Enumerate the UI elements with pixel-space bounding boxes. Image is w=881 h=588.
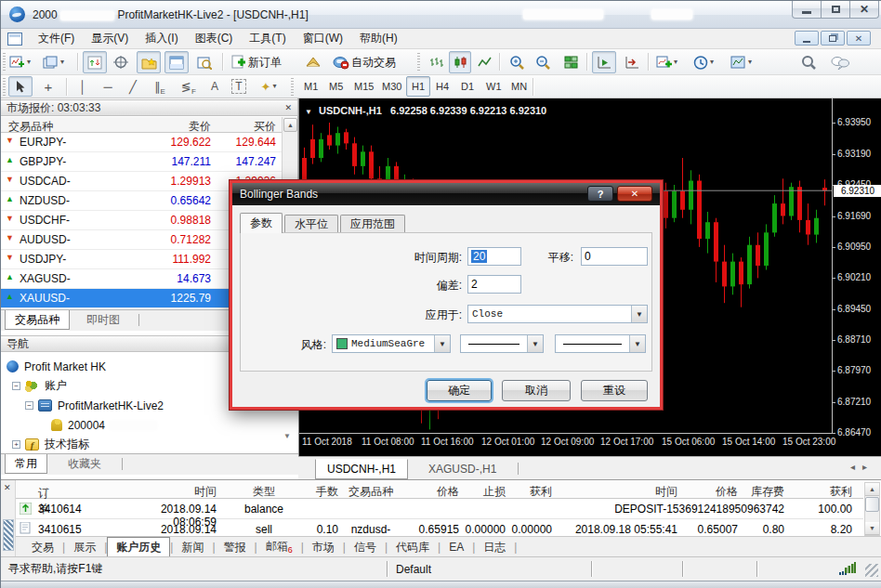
shift-input[interactable] xyxy=(581,247,648,266)
menu-file[interactable]: 文件(F) xyxy=(30,28,83,49)
tab-news[interactable]: 新闻 xyxy=(173,538,212,557)
text-label-button[interactable]: T xyxy=(228,76,250,97)
horizontal-line-button[interactable]: ─ xyxy=(97,76,119,97)
menu-view[interactable]: 显示(V) xyxy=(83,28,137,49)
channel-button[interactable]: ∥ E xyxy=(147,76,173,97)
chart-window-icon[interactable] xyxy=(7,33,22,46)
scroll-up-icon[interactable]: ▲ xyxy=(283,118,297,132)
dropdown-button[interactable]: ▼ xyxy=(434,335,450,352)
col-symbol[interactable]: 交易品种 xyxy=(338,484,403,500)
trendline-button[interactable]: ╱ xyxy=(122,76,144,97)
strategy-tester-button[interactable] xyxy=(192,51,217,73)
candlestick-button[interactable] xyxy=(449,51,471,73)
order-row[interactable]: 3410614 2018.09.14 08:06:59 balance DEPO… xyxy=(16,499,863,519)
close-icon[interactable]: ✕ xyxy=(284,103,292,112)
col-profit[interactable]: 获利 xyxy=(784,484,852,500)
text-tool-button[interactable]: A xyxy=(204,76,225,97)
scroll-down-icon[interactable]: ▼ xyxy=(865,522,879,535)
expand-icon[interactable]: + xyxy=(12,440,20,449)
zoom-out-button[interactable] xyxy=(531,51,555,73)
terminal-toggle-button[interactable] xyxy=(164,51,189,73)
timeframe-h4-button[interactable]: H4 xyxy=(430,76,454,97)
dropdown-button[interactable]: ▼ xyxy=(527,335,543,352)
auto-scroll-button[interactable] xyxy=(592,51,616,73)
mdi-restore-button[interactable] xyxy=(821,31,845,46)
templates-button[interactable]: ▾ xyxy=(728,51,755,73)
col-swap[interactable]: 库存费 xyxy=(738,484,784,500)
col-type[interactable]: 类型 xyxy=(231,484,296,500)
profiles-button[interactable]: ▾ xyxy=(40,51,67,73)
chart-tab-xagusd[interactable]: XAGUSD-,H1 xyxy=(417,459,507,479)
scrollbar-thumb[interactable] xyxy=(865,497,879,512)
line-width-select[interactable]: ▼ xyxy=(555,334,646,353)
autotrading-button[interactable]: 自动交易 xyxy=(330,51,399,73)
new-chart-button[interactable]: ▾ xyxy=(7,51,33,73)
timeframe-d1-button[interactable]: D1 xyxy=(455,76,480,97)
col-close-time[interactable]: 时间 xyxy=(552,484,677,500)
tab-market[interactable]: 市场 xyxy=(304,538,343,557)
tab-scroll-arrows[interactable]: ◂▸ xyxy=(850,462,874,472)
cancel-button[interactable]: 取消 xyxy=(502,380,571,401)
data-window-button[interactable] xyxy=(109,51,133,73)
tab-account-history[interactable]: 账户历史 xyxy=(107,537,170,558)
mdi-close-button[interactable]: ✕ xyxy=(847,31,871,46)
search-button[interactable] xyxy=(796,51,821,73)
col-tp[interactable]: 获利 xyxy=(506,484,552,500)
timeframe-mn-button[interactable]: MN xyxy=(506,76,533,97)
timeframe-m5-button[interactable]: M5 xyxy=(323,76,348,97)
reset-button[interactable]: 重设 xyxy=(581,380,648,401)
tab-ea[interactable]: EA xyxy=(440,539,472,555)
tab-mailbox[interactable]: 邮箱6 xyxy=(257,537,301,556)
zoom-in-button[interactable] xyxy=(505,51,529,73)
shift-value[interactable] xyxy=(585,250,644,263)
collapse-icon[interactable]: − xyxy=(12,382,20,390)
tab-journal[interactable]: 日志 xyxy=(475,538,514,557)
dialog-close-button[interactable]: ✕ xyxy=(617,186,652,202)
status-profile[interactable]: Default xyxy=(388,563,591,576)
tab-visualization[interactable]: 应用范围 xyxy=(340,215,405,233)
timeframe-h1-button[interactable]: H1 xyxy=(406,76,430,97)
tab-code-base[interactable]: 代码库 xyxy=(388,538,438,557)
col-lots[interactable]: 手数 xyxy=(296,484,338,500)
col-time[interactable]: 时间 xyxy=(124,484,217,500)
close-icon[interactable]: ✕ xyxy=(4,483,11,492)
tab-levels[interactable]: 水平位 xyxy=(284,215,338,233)
dialog-help-button[interactable]: ? xyxy=(587,186,613,202)
col-price[interactable]: 价格 xyxy=(403,484,459,500)
tab-trade[interactable]: 交易 xyxy=(23,538,62,557)
quote-row[interactable]: ▲GBPJPY-147.211147.247 xyxy=(1,152,282,172)
scroll-right-icon[interactable]: ▸ xyxy=(862,462,874,472)
toolbar-grip[interactable] xyxy=(291,78,294,96)
menu-help[interactable]: 帮助(H) xyxy=(351,28,406,49)
tab-common[interactable]: 常用 xyxy=(5,454,47,474)
line-chart-button[interactable] xyxy=(473,51,495,73)
cursor-button[interactable] xyxy=(8,76,33,97)
community-button[interactable] xyxy=(826,51,854,73)
ok-button[interactable]: 确定 xyxy=(427,380,492,401)
panel-drag-handle-icon[interactable] xyxy=(3,519,14,551)
deviation-input[interactable] xyxy=(467,275,521,294)
period-input[interactable]: 20 xyxy=(467,247,521,266)
toolbar-grip[interactable] xyxy=(3,53,6,71)
indicators-button[interactable]: ▾ xyxy=(653,51,680,73)
resize-grip[interactable] xyxy=(865,564,878,577)
chart-tab-usdcnh[interactable]: USDCNH-,H1 xyxy=(315,459,408,479)
tree-item-indicators[interactable]: + f 技术指标 xyxy=(12,435,291,454)
close-button[interactable]: ✕ xyxy=(849,1,879,19)
market-watch-toggle-button[interactable] xyxy=(83,51,107,73)
navigator-toggle-button[interactable] xyxy=(137,51,161,73)
new-order-button[interactable]: 新订单 xyxy=(228,51,284,73)
menu-window[interactable]: 窗口(W) xyxy=(295,28,351,49)
style-color-select[interactable]: MediumSeaGre ▼ xyxy=(332,334,451,353)
restore-button[interactable] xyxy=(821,1,850,19)
tile-windows-button[interactable] xyxy=(559,51,583,73)
toolbar-grip[interactable] xyxy=(417,53,420,71)
timeframe-w1-button[interactable]: W1 xyxy=(480,76,507,97)
orders-scrollbar[interactable]: ▲ ▼ xyxy=(864,482,880,536)
tab-tick-chart[interactable]: 即时图 xyxy=(77,310,129,330)
apply-to-select[interactable]: Close ▼ xyxy=(467,305,648,323)
tab-exposure[interactable]: 展示 xyxy=(65,538,104,557)
menu-insert[interactable]: 插入(I) xyxy=(137,28,186,49)
timeframe-m30-button[interactable]: M30 xyxy=(376,76,407,97)
toolbar-grip[interactable] xyxy=(3,78,6,96)
